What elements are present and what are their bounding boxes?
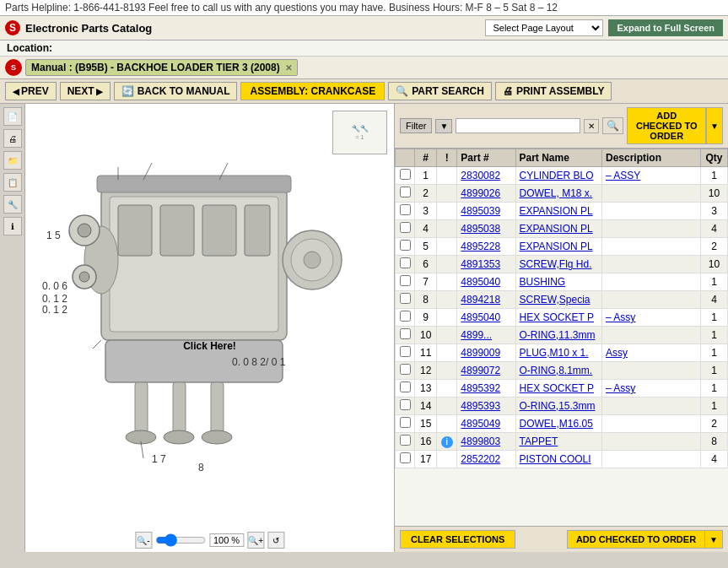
part-number-link[interactable]: 4895392 [461, 382, 500, 394]
search-icon: 🔍 [396, 85, 408, 97]
row-checkbox[interactable] [400, 417, 411, 428]
part-number-link[interactable]: 2830082 [461, 170, 500, 181]
row-part-number: 4899... [457, 327, 515, 344]
row-checkbox[interactable] [400, 435, 411, 446]
part-name-link[interactable]: DOWEL, M18 x. [520, 187, 593, 199]
part-name-link[interactable]: EXPANSION PL [520, 241, 593, 252]
part-number-link[interactable]: 4899803 [461, 435, 500, 447]
row-checkbox[interactable] [400, 364, 411, 375]
description-link[interactable]: – Assy [606, 311, 635, 323]
row-num: 12 [415, 362, 437, 380]
part-number-link[interactable]: 4895228 [461, 241, 500, 252]
sidebar-icon-folder[interactable]: 📁 [3, 151, 22, 170]
part-name-link[interactable]: O-RING,8.1mm. [520, 365, 593, 376]
part-name-link[interactable]: SCREW,Flg Hd. [520, 258, 592, 270]
row-qty: 1 [701, 380, 728, 398]
part-name-link[interactable]: EXPANSION PL [520, 205, 593, 217]
row-checkbox[interactable] [400, 275, 411, 286]
part-number-link[interactable]: 4895038 [461, 223, 500, 235]
row-checkbox[interactable] [400, 452, 411, 463]
part-name-link[interactable]: SCREW,Specia [520, 294, 590, 306]
row-warn [436, 415, 456, 433]
filter-input[interactable] [456, 118, 580, 133]
part-name-link[interactable]: O-RING,11.3mm [520, 329, 596, 341]
part-name-link[interactable]: TAPPET [520, 435, 558, 447]
row-checkbox[interactable] [400, 204, 411, 215]
part-number-link[interactable]: 4895049 [461, 418, 500, 430]
app-header-left: S Electronic Parts Catalog [5, 20, 152, 35]
tab-close-icon[interactable]: ✕ [285, 63, 292, 73]
part-name-link[interactable]: DOWEL,M16.05 [520, 418, 593, 430]
svg-point-21 [202, 430, 232, 444]
part-name-link[interactable]: HEX SOCKET P [520, 382, 594, 394]
row-checkbox[interactable] [400, 346, 411, 357]
next-button[interactable]: NEXT ▶ [60, 82, 111, 100]
row-checkbox[interactable] [400, 381, 411, 392]
part-number-link[interactable]: 4891353 [461, 258, 500, 270]
description-link[interactable]: Assy [606, 347, 628, 359]
row-checkbox[interactable] [400, 222, 411, 233]
svg-point-15 [304, 252, 321, 268]
zoom-slider[interactable] [155, 533, 206, 547]
zoom-reset-button[interactable]: ↺ [267, 532, 284, 549]
sidebar-icon-document[interactable]: 📄 [3, 107, 22, 126]
part-number-link[interactable]: 4899072 [461, 365, 500, 376]
part-number-link[interactable]: 2852202 [461, 453, 500, 465]
row-checkbox[interactable] [400, 311, 411, 322]
part-search-button[interactable]: 🔍 PART SEARCH [388, 82, 492, 100]
part-number-link[interactable]: 4895040 [461, 276, 500, 288]
add-order-bottom-dropdown-button[interactable]: ▼ [705, 530, 723, 549]
row-checkbox[interactable] [400, 293, 411, 304]
row-qty: 10 [701, 185, 728, 203]
prev-button[interactable]: ◀ PREV [5, 82, 57, 100]
row-checkbox[interactable] [400, 187, 411, 197]
part-name-link[interactable]: PLUG,M10 x 1. [520, 347, 589, 359]
sidebar-icon-clipboard[interactable]: 📋 [3, 173, 22, 192]
filter-dropdown-button[interactable]: ▼ [435, 119, 452, 133]
clear-selections-button[interactable]: CLEAR SELECTIONS [400, 530, 515, 549]
add-to-order-button[interactable]: ADD CHECKED TO ORDER [627, 107, 706, 144]
row-checkbox[interactable] [400, 240, 411, 251]
zoom-in-button[interactable]: 🔍+ [247, 532, 264, 549]
row-checkbox[interactable] [400, 169, 411, 180]
info-icon[interactable]: i [441, 436, 453, 448]
expand-button[interactable]: Expand to Full Screen [608, 19, 723, 36]
row-checkbox[interactable] [400, 399, 411, 410]
zoom-out-button[interactable]: 🔍- [135, 532, 152, 549]
row-warn [436, 273, 456, 291]
row-checkbox[interactable] [400, 328, 411, 339]
part-number-link[interactable]: 4899... [461, 329, 492, 341]
row-checkbox[interactable] [400, 257, 411, 268]
tab-label: Manual : (B95B) - BACKHOE LOADER TIER 3 … [31, 62, 280, 73]
row-warn [436, 344, 456, 362]
svg-rect-5 [245, 205, 270, 256]
part-name-link[interactable]: HEX SOCKET P [520, 311, 594, 323]
sidebar-icon-print[interactable]: 🖨 [3, 129, 22, 148]
add-order-bottom-button[interactable]: ADD CHECKED TO ORDER [567, 530, 705, 549]
manual-tab[interactable]: Manual : (B95B) - BACKHOE LOADER TIER 3 … [25, 59, 298, 76]
part-name-link[interactable]: BUSHING [520, 276, 566, 288]
add-to-order-dropdown-button[interactable]: ▼ [706, 107, 723, 144]
filter-search-button[interactable]: 🔍 [602, 117, 623, 134]
row-qty: 10 [701, 256, 728, 273]
part-name-link[interactable]: EXPANSION PL [520, 223, 593, 235]
print-assembly-button[interactable]: 🖨 PRINT ASSEMBLY [495, 82, 612, 100]
row-num: 7 [415, 273, 437, 291]
back-to-manual-button[interactable]: 🔄 BACK TO MANUAL [114, 82, 238, 100]
part-name-link[interactable]: PISTON COOLI [520, 453, 591, 465]
part-number-link[interactable]: 4895393 [461, 400, 500, 412]
part-name-link[interactable]: O-RING,15.3mm [520, 400, 596, 412]
layout-select[interactable]: Select Page Layout [485, 19, 603, 36]
part-number-link[interactable]: 4894218 [461, 294, 500, 306]
sidebar-icon-info[interactable]: ℹ [3, 217, 22, 235]
part-number-link[interactable]: 4895040 [461, 311, 500, 323]
part-number-link[interactable]: 4899009 [461, 347, 500, 359]
description-link[interactable]: – ASSY [606, 170, 640, 181]
part-number-link[interactable]: 4895039 [461, 205, 500, 217]
filter-clear-button[interactable]: ✕ [584, 119, 599, 133]
row-part-number: 4895392 [457, 380, 515, 398]
part-number-link[interactable]: 4899026 [461, 187, 500, 199]
sidebar-icon-wrench[interactable]: 🔧 [3, 195, 22, 214]
description-link[interactable]: – Assy [606, 382, 635, 394]
part-name-link[interactable]: CYLINDER BLO [520, 170, 594, 181]
